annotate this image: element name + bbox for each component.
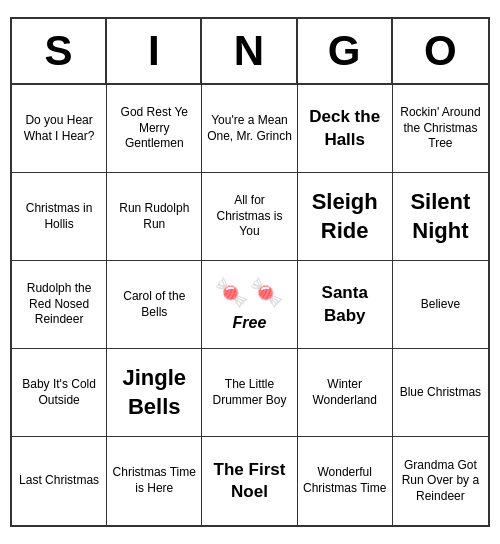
bingo-cell-13: Santa Baby [298, 261, 393, 349]
bingo-header: SINGO [12, 19, 488, 85]
bingo-card: SINGO Do you Hear What I Hear?God Rest Y… [10, 17, 490, 527]
bingo-cell-15: Baby It's Cold Outside [12, 349, 107, 437]
bingo-cell-6: Run Rudolph Run [107, 173, 202, 261]
bingo-cell-5: Christmas in Hollis [12, 173, 107, 261]
bingo-cell-11: Carol of the Bells [107, 261, 202, 349]
bingo-cell-4: Rockin' Around the Christmas Tree [393, 85, 488, 173]
header-letter-i: I [107, 19, 202, 83]
bingo-cell-14: Believe [393, 261, 488, 349]
candy-cane-icon: 🍬🍬 [214, 275, 284, 311]
bingo-cell-21: Christmas Time is Here [107, 437, 202, 525]
header-letter-n: N [202, 19, 297, 83]
header-letter-g: G [298, 19, 393, 83]
bingo-cell-10: Rudolph the Red Nosed Reindeer [12, 261, 107, 349]
bingo-cell-2: You're a Mean One, Mr. Grinch [202, 85, 297, 173]
bingo-cell-0: Do you Hear What I Hear? [12, 85, 107, 173]
bingo-cell-17: The Little Drummer Boy [202, 349, 297, 437]
free-label: Free [233, 313, 267, 334]
bingo-cell-20: Last Christmas [12, 437, 107, 525]
bingo-cell-16: Jingle Bells [107, 349, 202, 437]
header-letter-s: S [12, 19, 107, 83]
bingo-cell-22: The First Noel [202, 437, 297, 525]
bingo-cell-7: All for Christmas is You [202, 173, 297, 261]
bingo-cell-23: Wonderful Christmas Time [298, 437, 393, 525]
bingo-cell-24: Grandma Got Run Over by a Reindeer [393, 437, 488, 525]
bingo-cell-8: Sleigh Ride [298, 173, 393, 261]
bingo-cell-3: Deck the Halls [298, 85, 393, 173]
bingo-cell-18: Winter Wonderland [298, 349, 393, 437]
bingo-grid: Do you Hear What I Hear?God Rest Ye Merr… [12, 85, 488, 525]
bingo-cell-19: Blue Christmas [393, 349, 488, 437]
header-letter-o: O [393, 19, 488, 83]
bingo-cell-9: Silent Night [393, 173, 488, 261]
bingo-cell-1: God Rest Ye Merry Gentlemen [107, 85, 202, 173]
bingo-cell-12: 🍬🍬Free [202, 261, 297, 349]
